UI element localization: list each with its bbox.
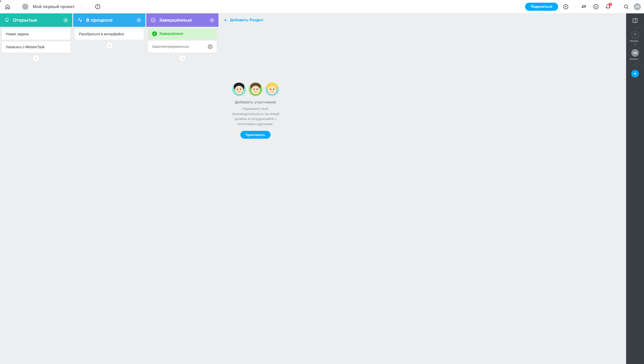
share-button[interactable]: Поделиться	[525, 3, 558, 11]
column-header-progress[interactable]: В процессе 1	[73, 14, 145, 27]
panel-icon	[632, 18, 638, 24]
plus-circle-icon	[563, 4, 568, 10]
column-open: Открытые 2 Новая задача Написать о Meist…	[0, 14, 72, 364]
divider	[17, 3, 17, 10]
check-circle-icon	[593, 4, 599, 10]
plus-icon	[633, 72, 637, 76]
task-text: Новая задача	[6, 32, 29, 36]
invite-panel: Добавить участников Поднимите свою произ…	[219, 83, 292, 139]
notifications-button[interactable]: 2	[603, 2, 612, 11]
chevron-down-icon[interactable]	[80, 5, 83, 9]
column-done: Завершённые 1 Завершённая Зарегистрирова…	[146, 14, 219, 364]
add-section-label: Добавить Раздел	[230, 18, 263, 22]
svg-point-8	[585, 5, 586, 6]
column-title: В процессе	[86, 18, 136, 23]
column-progress: В процессе 1 Разобраться в интерфейсе	[73, 14, 145, 364]
divider	[88, 3, 88, 10]
add-card-button[interactable]	[179, 56, 186, 62]
svg-point-9	[582, 7, 583, 7]
column-count: 2	[63, 18, 68, 22]
completed-banner[interactable]: Завершённая	[148, 28, 217, 39]
banner-text: Завершённая	[159, 32, 183, 36]
divider	[575, 3, 575, 10]
member-avatar: АМ	[631, 49, 639, 57]
unassigned-label: Неназн…	[630, 40, 640, 42]
svg-point-17	[151, 18, 155, 22]
info-icon	[95, 4, 100, 10]
check-icon	[150, 17, 156, 23]
unassigned-count: 3	[634, 43, 636, 46]
task-text: Разобраться в интерфейсе	[79, 32, 124, 36]
notification-badge: 2	[608, 3, 612, 6]
timeline-icon	[581, 4, 586, 10]
topbar: Мой первый проект Поделиться 2	[0, 0, 644, 14]
add-section-column: Добавить Раздел Добавить участников Подн…	[219, 14, 292, 364]
task-text: Зарегистрироваться	[152, 45, 208, 49]
panel-toggle-button[interactable]	[630, 16, 639, 25]
lightbulb-icon	[4, 17, 10, 23]
svg-point-11	[624, 5, 627, 8]
divider	[617, 3, 617, 10]
assignee-avatar: АМ	[208, 44, 213, 49]
kanban-board: Открытые 2 Новая задача Написать о Meist…	[0, 14, 626, 364]
task-card[interactable]: Написать о MeisterTask	[2, 42, 70, 53]
column-header-open[interactable]: Открытые 2	[0, 14, 72, 27]
plus-icon	[224, 18, 228, 22]
column-header-done[interactable]: Завершённые 1	[146, 14, 219, 27]
timeline-button[interactable]	[579, 2, 588, 11]
task-text: Написать о MeisterTask	[6, 45, 45, 49]
invite-description: Поднимите свою производительность на нов…	[226, 106, 285, 126]
search-button[interactable]	[622, 2, 630, 11]
home-icon	[5, 4, 10, 10]
add-button[interactable]	[561, 2, 570, 11]
column-count: 1	[209, 18, 214, 22]
svg-point-2	[98, 6, 98, 6]
invite-title: Добавить участников	[235, 100, 276, 104]
task-card[interactable]: Разобраться в интерфейсе	[75, 28, 144, 40]
plus-icon	[108, 44, 111, 47]
right-sidebar: ? Неназн… 3 АМ Алекса…	[626, 14, 644, 364]
avatars-illustration	[232, 83, 279, 96]
info-button[interactable]	[93, 2, 102, 11]
task-card[interactable]: Новая задача	[2, 28, 70, 40]
task-card[interactable]: Зарегистрироваться АМ	[148, 41, 217, 53]
search-icon	[623, 4, 629, 10]
user-avatar[interactable]: АМ	[634, 3, 641, 10]
project-icon[interactable]	[22, 4, 28, 10]
add-card-button[interactable]	[106, 42, 112, 49]
add-section-button[interactable]: Добавить Раздел	[219, 14, 292, 27]
member-filter[interactable]: АМ Алекса…	[626, 49, 644, 60]
plus-icon	[35, 57, 38, 60]
plus-icon	[181, 57, 184, 60]
tasks-button[interactable]	[591, 2, 600, 11]
project-title[interactable]: Мой первый проект	[33, 4, 75, 9]
member-label: Алекса…	[630, 58, 640, 60]
activity-icon	[77, 17, 83, 23]
add-member-button[interactable]	[631, 70, 639, 78]
question-icon: ?	[631, 31, 639, 39]
invite-button[interactable]: Пригласить	[240, 131, 271, 139]
column-title: Открытые	[13, 18, 63, 23]
column-count: 1	[136, 18, 141, 22]
svg-point-10	[594, 4, 598, 9]
column-title: Завершённые	[159, 18, 209, 23]
svg-line-12	[627, 8, 628, 9]
add-card-button[interactable]	[33, 56, 39, 62]
unassigned-filter[interactable]: ? Неназн… 3	[626, 31, 644, 46]
check-circle-icon	[152, 31, 157, 36]
home-button[interactable]	[3, 2, 12, 11]
